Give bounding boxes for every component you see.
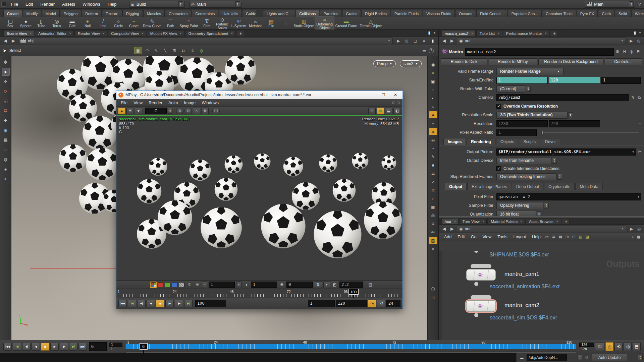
tab-performance-monitor[interactable]: Performance Monitor✕: [503, 30, 549, 36]
realtime-toggle-icon[interactable]: ◷: [605, 342, 613, 351]
render-with-take-dropdown[interactable]: (Current): [496, 85, 525, 93]
close-icon[interactable]: ✕: [497, 32, 500, 35]
forward-icon[interactable]: ▶: [449, 38, 455, 44]
shelf-tab[interactable]: Grains: [342, 10, 361, 17]
fit-view-icon[interactable]: ✥: [201, 108, 209, 114]
tab-render-view[interactable]: Render View✕: [74, 30, 107, 36]
camera-tool-icon[interactable]: ◍: [2, 156, 9, 163]
camera-field[interactable]: /obj/cam2: [496, 94, 629, 101]
mplay-range-end[interactable]: 120: [336, 300, 367, 307]
shelf-tool-ground-plane[interactable]: ▬Ground Plane: [334, 18, 359, 28]
refresh-icon[interactable]: ⟳: [582, 355, 592, 360]
new-tab-button[interactable]: +: [550, 30, 558, 36]
chevron-down-icon[interactable]: ▼: [638, 195, 639, 198]
menu-render[interactable]: Render: [37, 0, 58, 9]
viewport-help-icon[interactable]: ?: [429, 48, 434, 53]
wrench-icon[interactable]: ✂: [544, 235, 550, 239]
tab-mantra-cam2[interactable]: mantra_cam2✕: [441, 30, 476, 36]
shelf-tab[interactable]: Collisions: [296, 10, 319, 17]
menu-edit[interactable]: Edit: [22, 0, 37, 9]
shelf-tool-file[interactable]: ▤File: [264, 18, 279, 28]
image-view-icon[interactable]: ●: [118, 108, 125, 114]
gamma-correct-icon[interactable]: ✳: [194, 282, 201, 287]
world-snap-icon[interactable]: ◍: [198, 48, 205, 53]
displacement-icon[interactable]: ◈: [429, 128, 437, 135]
shelf-tab[interactable]: Oceans: [455, 10, 476, 17]
shelf-tab[interactable]: Polygon: [60, 10, 82, 17]
step-back-icon[interactable]: ◀|: [22, 343, 31, 351]
pin-icon[interactable]: -▶: [627, 39, 634, 43]
channel-selector[interactable]: C: [145, 108, 167, 114]
clamp-icon[interactable]: ⇅: [314, 281, 322, 288]
start-field[interactable]: 1: [496, 77, 548, 84]
main-context-spinner[interactable]: ▲▼: [235, 1, 240, 7]
channel-spinner[interactable]: ▲▼: [168, 108, 172, 114]
jump-end-icon[interactable]: ▶▶|: [78, 343, 87, 351]
close-icon[interactable]: ✕: [69, 32, 71, 35]
shelf-tab[interactable]: Lights and C...: [263, 10, 295, 17]
shelf-tool-tube[interactable]: ▯Tube: [34, 18, 49, 28]
new-tab-button[interactable]: +: [562, 218, 570, 224]
tab-output[interactable]: Output: [445, 183, 467, 190]
menu-windows[interactable]: Windows: [79, 0, 104, 9]
node-flags-icon[interactable]: ⚑: [635, 49, 642, 54]
tab-driver[interactable]: Driver: [541, 138, 560, 145]
realtime-toggle-icon[interactable]: ◷: [368, 300, 376, 307]
inc-field[interactable]: 1: [601, 77, 641, 84]
close-icon[interactable]: ✕: [471, 32, 473, 35]
pane-maximize-icon[interactable]: ▮: [428, 31, 430, 35]
zoom-out-icon[interactable]: ⊖: [184, 108, 192, 114]
shelf-tool-terrain-object[interactable]: △Terrain Object: [359, 18, 383, 28]
tab-composite-view[interactable]: Composite View✕: [108, 30, 146, 36]
tab-tree-view[interactable]: Tree View✕: [459, 218, 487, 224]
display-options-icon[interactable]: ⚌: [422, 48, 426, 53]
construction-plane-icon[interactable]: ▦: [2, 136, 9, 143]
tab-material-palette[interactable]: Material Palette✕: [487, 218, 525, 224]
alpha-channel-icon[interactable]: [179, 282, 184, 287]
right-desktop-spinner[interactable]: ▲▼: [629, 1, 634, 7]
close-icon[interactable]: ✕: [390, 92, 400, 98]
desktop-spinner[interactable]: ▲▼: [178, 1, 183, 7]
step-forward-icon[interactable]: |▶: [60, 343, 68, 351]
end-field[interactable]: 120: [549, 77, 600, 84]
mplay-image-viewer[interactable]: soccerball_sim.mantra_cam2.$F.exr[100] 8…: [117, 115, 402, 280]
search-icon[interactable]: ◎: [628, 49, 635, 54]
shelf-tab[interactable]: Modify: [23, 10, 42, 17]
global-animation-options-icon[interactable]: ⚿: [595, 342, 604, 351]
shelf-tool-circle[interactable]: ○Circle: [111, 18, 126, 28]
sample-filter-spinner[interactable]: ▲▼: [544, 203, 549, 208]
tab-asset-browser[interactable]: Asset Browser✕: [526, 218, 561, 224]
pane-maximize-icon[interactable]: ▮: [634, 31, 636, 35]
shapes-icon[interactable]: ▨: [584, 235, 590, 239]
node-output-connector[interactable]: [474, 282, 478, 286]
node-mantra-cam2[interactable]: 👾: [466, 300, 496, 312]
path-dropdown-icon[interactable]: ▼: [621, 227, 624, 230]
hscript-icon[interactable]: H: [621, 49, 628, 54]
forward-icon[interactable]: ▶: [449, 226, 455, 232]
shelf-tab[interactable]: Viscous Fluids: [423, 10, 455, 17]
tab-scripts[interactable]: Scripts: [519, 138, 540, 145]
shelf-tool-null[interactable]: +Null: [80, 18, 95, 28]
shelf-tab[interactable]: Solid: [615, 10, 631, 17]
lut-dropdown-icon[interactable]: ▼: [323, 281, 330, 288]
shelf-tab[interactable]: Hair Utils: [219, 10, 242, 17]
shelf-tab[interactable]: Create: [3, 10, 22, 17]
camera-pill[interactable]: cam2▼: [400, 60, 422, 67]
output-picture-field[interactable]: $HIP/render/soccerball_sim.$OS.$F4.exr ▼: [496, 148, 636, 156]
override-resolution-checkbox[interactable]: ✓: [496, 104, 501, 109]
create-dirs-checkbox[interactable]: ✓: [496, 166, 501, 171]
net-menu-edit[interactable]: Edit: [455, 235, 468, 239]
shelf-tab[interactable]: Constraints: [192, 10, 218, 17]
new-tab-button[interactable]: +: [236, 30, 244, 36]
select-visible-icon[interactable]: ▣: [134, 47, 142, 54]
image-list-icon[interactable]: ▤: [366, 282, 374, 287]
shelf-tool-lsystem[interactable]: ΨL-System: [230, 18, 248, 28]
back-icon[interactable]: ◀: [441, 226, 447, 232]
info-icon[interactable]: ⓘ: [429, 286, 437, 293]
translate-tool-icon[interactable]: ✛: [2, 78, 9, 85]
overview-map-icon[interactable]: ▦: [636, 235, 642, 239]
network-scrollbar[interactable]: [439, 251, 442, 341]
tab-out[interactable]: /out✕: [441, 218, 459, 224]
hidden-geo-icon[interactable]: ◎: [429, 136, 437, 143]
shelf-tool-deforming-object[interactable]: ≈Deforming Object: [315, 16, 334, 30]
